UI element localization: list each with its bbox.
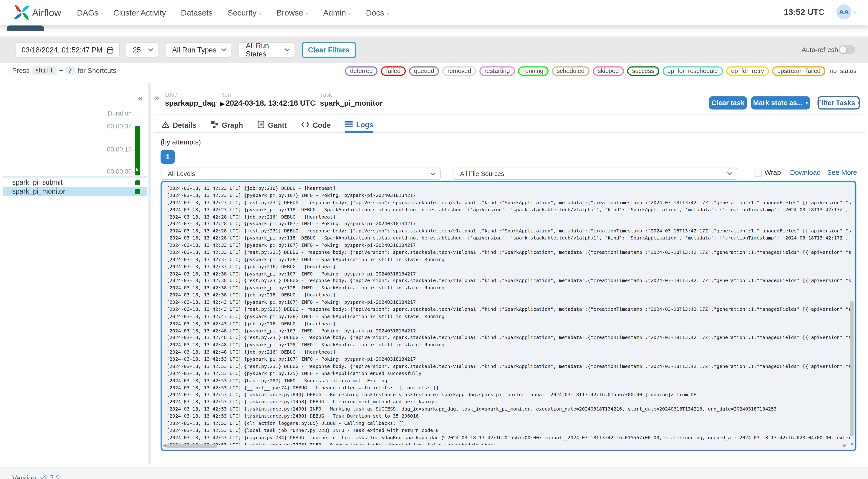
tab-logs[interactable]: Logs [345,118,373,133]
breadcrumb-task[interactable]: Task spark_pi_monitor [320,91,382,108]
grid-divider [3,176,147,178]
chevron-down-icon: ▾ [858,100,861,106]
airflow-logo-icon[interactable] [13,4,30,23]
tab-graph[interactable]: Graph [211,118,243,133]
tick-mark [133,127,135,127]
horizontal-scrollbar[interactable] [166,444,217,448]
log-viewer[interactable]: [2024-03-18, 13:42:23 UTC] {job.py:216} … [160,181,857,451]
base-date-input[interactable]: 03/18/2024, 01:52:47 PM [16,42,120,58]
expand-panel-icon[interactable]: » [154,93,159,103]
clear-task-button[interactable]: Clear task [709,96,747,109]
page-size-select[interactable]: 25 [126,42,158,58]
breadcrumb-separator: / [314,101,317,109]
log-line: [2024-03-18, 13:42:48 UTC] {job.py:216} … [167,349,851,356]
wrap-checkbox[interactable] [754,170,762,177]
state-legend: deferredfailedqueuedremovedrestartingrun… [345,66,858,76]
scroll-right-icon[interactable]: ▶ [843,443,846,447]
status-badge-removed: removed [443,66,476,76]
vertical-scrollbar[interactable] [850,301,854,437]
breadcrumb-run-value[interactable]: 2024-03-18, 13:42:16 UTC [226,99,315,107]
run-states-value: All Run States [246,41,281,58]
log-line: [2024-03-18, 13:42:53 UTC] {taskinstance… [167,441,851,445]
scroll-down-icon[interactable]: ▼ [850,442,854,447]
log-line: [2024-03-18, 13:42:28 UTC] {pyspark_pi.p… [167,220,851,227]
log-line: [2024-03-18, 13:42:33 UTC] {job.py:216} … [167,263,851,270]
nav-item-cluster-activity[interactable]: Cluster Activity [113,8,166,17]
log-levels-select[interactable]: All Levels [160,167,441,180]
nav-item-dags[interactable]: DAGs [77,8,98,17]
status-badge-failed: failed [381,66,406,76]
shortcuts-plus: + [59,67,63,74]
nav-item-datasets[interactable]: Datasets [181,8,213,17]
breadcrumb-task-value[interactable]: spark_pi_monitor [320,99,382,108]
mark-state-label: Mark state as... [753,99,803,107]
log-line: [2024-03-18, 13:42:48 UTC] {pyspark_pi.p… [167,341,851,348]
breadcrumb-task-label: Task [320,91,382,99]
log-line: [2024-03-18, 13:42:53 UTC] {taskinstance… [167,406,851,413]
avatar[interactable]: AA [836,4,851,19]
utc-clock[interactable]: 13:52 UTC [784,7,825,17]
status-badge-running: running [518,66,549,76]
duration-tick: 00:00:00 [72,168,132,175]
breadcrumb-dag[interactable]: DAG sparkapp_dag [165,91,216,108]
task-row-spark-pi-submit[interactable]: spark_pi_submit [3,178,147,187]
scroll-left-icon[interactable]: ◀ [163,443,166,447]
breadcrumb-run[interactable]: Run ▶2024-03-18, 13:42:16 UTC [220,91,315,108]
log-line: [2024-03-18, 13:42:28 UTC] {rest.py:231}… [167,227,851,234]
breadcrumb-run-label: Run [220,91,315,99]
log-line: [2024-03-18, 13:42:38 UTC] {rest.py:231}… [167,277,851,284]
chevron-down-icon: ▾ [386,10,389,17]
file-sources-select[interactable]: All File Sources [453,167,737,180]
scrolled-button-partial [7,25,44,31]
tab-code[interactable]: Code [301,118,331,133]
tab-label: Gantt [268,121,287,129]
download-link[interactable]: Download [790,169,821,177]
filter-bar: 03/18/2024, 01:52:47 PM 25 All Run Types… [0,36,868,63]
nav-item-browse[interactable]: Browse▾ [276,8,308,17]
tab-label: Code [313,121,331,129]
nav-item-admin[interactable]: Admin▾ [323,8,351,17]
breadcrumb-separator: / [215,101,217,109]
slash-key: / [65,66,75,74]
tab-label: Graph [222,121,243,129]
mark-state-button[interactable]: Mark state as... ▾ [751,96,810,109]
collapse-sidebar-icon[interactable]: « [138,93,143,103]
chevron-down-icon: ▾ [348,10,351,17]
log-line: [2024-03-18, 13:42:53 UTC] {taskinstance… [167,391,851,398]
log-line: [2024-03-18, 13:42:38 UTC] {pyspark_pi.p… [167,284,851,291]
version-link[interactable]: v2.7.2 [40,474,60,479]
nav-item-security[interactable]: Security▾ [227,8,261,17]
run-states-select[interactable]: All Run States [239,42,295,58]
run-types-select[interactable]: All Run Types [165,42,231,58]
log-line: [2024-03-18, 13:42:53 UTC] {pyspark_pi.p… [167,356,851,363]
gantt-icon [257,121,265,130]
chevron-down-icon: ▾ [819,9,822,15]
log-line: [2024-03-18, 13:42:48 UTC] {rest.py:231}… [167,334,851,341]
duration-axis-label: Duration [78,110,132,117]
status-badge-no-status: no_status [829,67,858,75]
log-line: [2024-03-18, 13:42:53 UTC] {base.py:287}… [167,377,851,384]
date-value: 03/18/2024, 01:52:47 PM [22,45,102,54]
tab-details[interactable]: Details [162,118,196,133]
filter-tasks-button[interactable]: Filter Tasks ▾ [817,96,860,109]
nav-item-docs[interactable]: Docs▾ [366,8,389,17]
task-row-spark-pi-monitor[interactable]: spark_pi_monitor [3,187,147,196]
attempt-1-button[interactable]: 1 [160,150,175,164]
tab-gantt[interactable]: Gantt [257,118,287,133]
log-line: [2024-03-18, 13:42:28 UTC] {pyspark_pi.p… [167,234,851,242]
log-content: [2024-03-18, 13:42:23 UTC] {job.py:216} … [167,185,851,445]
log-line: [2024-03-18, 13:42:33 UTC] {rest.py:231}… [167,249,851,256]
panel-resize-handle[interactable] [148,83,151,464]
clear-filters-button[interactable]: Clear Filters [302,42,356,58]
breadcrumb-dag-value[interactable]: sparkapp_dag [165,99,216,108]
auto-refresh-toggle[interactable] [839,45,855,54]
shift-key: shift [32,66,57,74]
filter-tasks-label: Filter Tasks [817,99,855,107]
auto-refresh-label: Auto-refresh [802,46,838,54]
log-line: [2024-03-18, 13:42:53 UTC] {__init__.py:… [167,384,851,391]
shortcuts-hint: Press shift + / for Shortcuts [12,66,116,74]
see-more-link[interactable]: See More [827,169,857,177]
chevron-down-icon [430,172,436,175]
calendar-icon[interactable] [107,46,114,54]
log-line: [2024-03-18, 13:42:43 UTC] {pyspark_pi.p… [167,299,851,306]
